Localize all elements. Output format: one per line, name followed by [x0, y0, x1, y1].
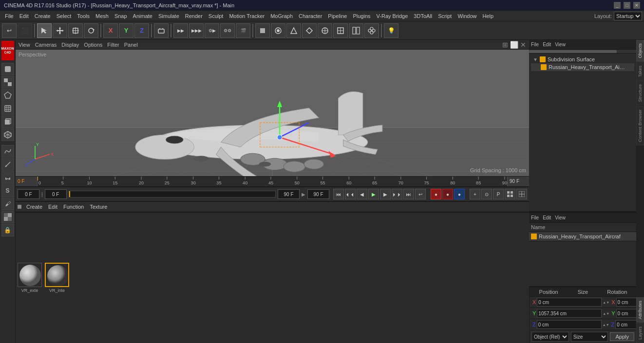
vtab-layers[interactable]: Layers	[636, 323, 644, 343]
render-material-button[interactable]: 🎬	[236, 23, 250, 38]
coord-system-select[interactable]: Object (Rel) World	[531, 332, 569, 342]
select-tool-button[interactable]	[37, 23, 52, 38]
vtab-objects[interactable]: Objects	[636, 40, 644, 62]
axis-y-button[interactable]: Y	[119, 23, 133, 38]
ruler-track[interactable]: 0 5 10 15 20 25 30 35	[38, 176, 507, 186]
rotate-tool-button[interactable]	[84, 23, 98, 38]
attr-file-btn[interactable]: File	[531, 215, 539, 220]
cb-texture-btn[interactable]: Texture	[89, 204, 108, 210]
key-mode4-button[interactable]	[505, 189, 515, 199]
menu-help[interactable]: Help	[480, 12, 497, 20]
paint-button[interactable]: 🖌	[1, 198, 14, 210]
magnet-tool-button[interactable]	[1, 171, 14, 184]
move-tool-button[interactable]	[53, 23, 67, 38]
view-perspective-button[interactable]	[255, 23, 270, 38]
menu-file[interactable]: File	[2, 12, 17, 20]
view-mode6-button[interactable]	[349, 23, 363, 38]
vtab-attributes[interactable]: Attributes	[636, 297, 644, 323]
key-mode2-button[interactable]: ⊙	[481, 189, 492, 199]
menu-script[interactable]: Script	[435, 12, 455, 20]
view-paint-button[interactable]	[271, 23, 285, 38]
menu-character[interactable]: Character	[296, 12, 325, 20]
menu-render[interactable]: Render	[182, 12, 206, 20]
object-type-nurbs[interactable]	[1, 63, 14, 75]
vtab-takes[interactable]: Takes	[636, 62, 644, 81]
attr-tree-item[interactable]: Russian_Heavy_Transport_Aircraf	[529, 232, 636, 241]
vp-btn-3[interactable]: ✕	[520, 41, 526, 49]
vp-menu-display[interactable]: Display	[61, 42, 79, 48]
min-frame-input[interactable]	[18, 189, 39, 199]
minimize-button[interactable]: _	[614, 2, 621, 9]
record-button[interactable]: ●	[431, 189, 441, 199]
attr-edit-btn[interactable]: Edit	[543, 215, 551, 220]
max-frame-input[interactable]	[307, 189, 329, 199]
psr-y-pos-input[interactable]	[537, 309, 602, 318]
prev-frame-button[interactable]: ◀	[357, 189, 367, 199]
obj-view-btn[interactable]: View	[555, 42, 566, 47]
light-button[interactable]: 💡	[384, 23, 398, 38]
menu-pipeline[interactable]: Pipeline	[325, 12, 350, 20]
next-key-button[interactable]: ⏵⏵	[392, 189, 402, 199]
key-mode3-button[interactable]: P	[493, 189, 504, 199]
vp-btn-1[interactable]: ⊞	[502, 41, 508, 49]
menu-tools[interactable]: Tools	[74, 12, 93, 20]
view-mode3-button[interactable]	[302, 23, 317, 38]
loop-button[interactable]: ↩	[415, 189, 426, 199]
spline-tool-button[interactable]	[1, 145, 14, 158]
frame-slider[interactable]	[69, 191, 276, 198]
view-mode4-button[interactable]	[318, 23, 332, 38]
auto-key-button[interactable]: ●	[442, 189, 453, 199]
close-button[interactable]: ✕	[633, 2, 640, 9]
redo-button[interactable]: ⬛	[18, 23, 32, 38]
vp-btn-2[interactable]: ⬜	[510, 41, 518, 49]
axis-z-button[interactable]: Z	[134, 23, 149, 38]
object-type-checker[interactable]	[1, 76, 14, 89]
psr-x-pos-input[interactable]	[537, 298, 602, 307]
view-mode5-button[interactable]	[333, 23, 348, 38]
material-thumb-2[interactable]	[45, 263, 69, 287]
render-active-view-button[interactable]: ▶▶	[173, 23, 188, 38]
vtab-structure[interactable]: Structure	[636, 81, 644, 106]
cb-create-btn[interactable]: Create	[25, 204, 43, 210]
end-frame-input[interactable]	[278, 189, 300, 199]
maximize-button[interactable]: □	[624, 2, 630, 9]
psr-z-pos-arrows[interactable]: ▲▼	[603, 323, 609, 326]
next-frame-button[interactable]: ▶	[380, 189, 391, 199]
menu-simulate[interactable]: Simulate	[155, 12, 182, 20]
smooth-button[interactable]: S	[1, 184, 14, 197]
timeline-ruler[interactable]: 0 F 0 5 10 15 20	[16, 176, 529, 187]
render-team-button[interactable]: ⚙⚙	[220, 23, 235, 38]
view-mode7-button[interactable]	[364, 23, 379, 38]
size-mode-select[interactable]: Size	[571, 332, 608, 342]
menu-mograph[interactable]: MoGraph	[267, 12, 296, 20]
viewport[interactable]: Perspective	[16, 50, 529, 176]
vp-menu-options[interactable]: Options	[84, 42, 102, 48]
vtab-content-browser[interactable]: Content Browser	[636, 106, 644, 145]
go-start-button[interactable]: ⏮	[333, 189, 344, 199]
material-item-1[interactable]: VR_exte	[18, 263, 42, 293]
prev-key-button[interactable]: ⏴⏴	[345, 189, 356, 199]
view-mode2-button[interactable]	[286, 23, 301, 38]
vp-menu-view[interactable]: View	[19, 42, 30, 48]
render-settings-button[interactable]: ⚙▶	[205, 23, 219, 38]
psr-z-pos-input[interactable]	[537, 320, 602, 329]
key-mode-button[interactable]: +	[470, 189, 480, 199]
menu-motion-tracker[interactable]: Motion Tracker	[226, 12, 267, 20]
undo-button[interactable]: ↩	[2, 23, 17, 38]
menu-3dtoall[interactable]: 3DToAll	[411, 12, 435, 20]
play-button[interactable]: ▶	[368, 189, 379, 199]
psr-x-pos-arrows[interactable]: ▲▼	[603, 301, 609, 304]
layout-select[interactable]: Startup	[614, 12, 642, 20]
menu-select[interactable]: Select	[54, 12, 75, 20]
render-pic-viewer-button[interactable]: ▶▶▶	[189, 23, 204, 38]
apply-button[interactable]: Apply	[610, 332, 634, 341]
object-type-polygon[interactable]	[1, 89, 14, 102]
psr-y-pos-arrows[interactable]: ▲▼	[603, 312, 609, 315]
material-thumb-1[interactable]	[18, 263, 42, 287]
menu-animate[interactable]: Animate	[130, 12, 155, 20]
scale-tool-button[interactable]	[68, 23, 83, 38]
object-type-cube[interactable]	[1, 128, 14, 141]
vp-menu-filter[interactable]: Filter	[107, 42, 119, 48]
menu-create[interactable]: Create	[32, 12, 54, 20]
tree-item-aircraft[interactable]: Russian_Heavy_Transport_Aircraf	[531, 63, 634, 71]
